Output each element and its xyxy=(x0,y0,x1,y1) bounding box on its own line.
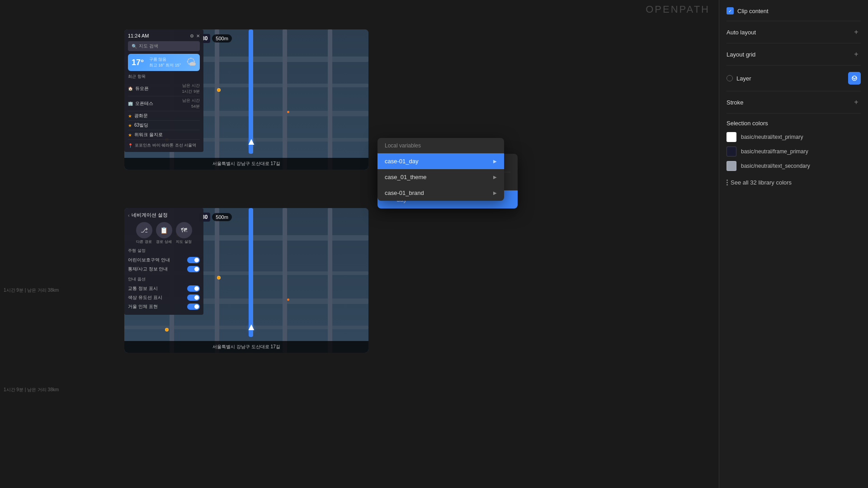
clip-content-section[interactable]: ✓ Clip content xyxy=(726,7,861,21)
map-frame-top: ▲ 80 500m 서울특별시 강남구 도산대로 17길 11:24 AM ⚙ … xyxy=(124,29,368,170)
search-icon: 🔍 xyxy=(132,44,137,49)
distance-badge-top: 500m xyxy=(212,34,232,43)
submenu-header: Local variables xyxy=(377,138,504,153)
toggle-switch-1[interactable] xyxy=(187,257,200,263)
clip-content-checkbox[interactable]: ✓ xyxy=(726,7,734,14)
address-bar-bottom: 서울특별시 강남구 도산대로 17길 xyxy=(124,341,368,353)
guide-options-title: 안내 옵션 xyxy=(128,276,200,282)
canvas-area: OPENPATH 1시간 9분 | 남은 거리 38km 1시간 9분 | 남은… xyxy=(0,0,719,488)
toggle-row-2[interactable]: 통제/사고 정보 안내 xyxy=(128,265,200,274)
map-frame-bottom: ▲ 80 500m 서울특별시 강남구 도산대로 17길 ‹ 네비게이션 설정 … xyxy=(124,208,368,353)
side-distance-top: 1시간 9분 | 남은 거리 38km xyxy=(4,287,59,294)
nav-panel-top[interactable]: 11:24 AM ⚙ ✕ 🔍 지도 검색 17° 구름 많음 최고 18° 최저… xyxy=(124,29,203,152)
route-detail-label: 경로 상세 xyxy=(156,239,171,244)
submenu-item-theme[interactable]: case_01_theme ▶ xyxy=(377,169,504,185)
layout-grid-section[interactable]: Layout grid + xyxy=(726,43,861,66)
submenu-label-day: case-01_day xyxy=(385,158,418,165)
star-icon-1: ★ xyxy=(128,114,132,118)
recent-time-2: 54분 xyxy=(182,104,200,109)
dots-icon xyxy=(726,180,728,185)
location-bottom: 📍 포포인츠 바이 쉐라톤 조선 서울역 xyxy=(128,142,200,148)
color-name-2: basic/neutral/frame_primary xyxy=(741,148,808,155)
submenu-item-brand[interactable]: case-01_brand ▶ xyxy=(377,185,504,201)
address-bar-top: 서울특별시 강남구 도산대로 17길 xyxy=(124,158,368,170)
side-distance-bottom: 1시간 9분 | 남은 거리 38km xyxy=(4,387,59,393)
toggle-row-3[interactable]: 교통 정보 표시 xyxy=(128,284,200,293)
right-panel: ✓ Clip content Auto layout + Layout grid… xyxy=(719,0,868,488)
toggle-switch-3[interactable] xyxy=(187,285,200,292)
toggle-label-3: 교통 정보 표시 xyxy=(128,285,158,292)
route-detail-btn[interactable]: 📋 xyxy=(156,222,172,238)
home-icon: 🏠 xyxy=(128,86,133,91)
recent-item-1[interactable]: 🏠 듀오픈 남은 시간 1시간 9분 xyxy=(128,81,200,96)
nav-time: 11:24 AM xyxy=(128,33,149,38)
weather-info-2: 최고 18° 최저 15° xyxy=(149,62,181,68)
chevron-right-icon-2: ▶ xyxy=(493,175,497,180)
recent-item-2[interactable]: 🏢 오픈테스 남은 시간 54분 xyxy=(128,96,200,111)
settings-icon-small[interactable]: ⚙ xyxy=(190,33,194,38)
layout-grid-title: Layout grid xyxy=(726,51,755,58)
toggle-label-4: 색상 유도선 표시 xyxy=(128,294,162,301)
back-arrow-icon[interactable]: ‹ xyxy=(128,213,130,218)
submenu-item-day[interactable]: case-01_day ▶ xyxy=(377,153,504,169)
color-name-3: basic/neutral/text_secondary xyxy=(741,163,810,169)
toggle-label-2: 통제/사고 정보 안내 xyxy=(128,266,168,272)
recent-time-label-1: 남은 시간 xyxy=(182,83,200,89)
color-swatch-2[interactable] xyxy=(726,147,736,156)
route-label: 다른 경로 xyxy=(136,239,151,244)
map-settings-btn[interactable]: 🗺 xyxy=(176,222,192,238)
stroke-section[interactable]: Stroke + xyxy=(726,91,861,114)
star-name-2: 63빌딩 xyxy=(134,122,148,128)
recent-name-2: 오픈테스 xyxy=(135,100,153,107)
toggle-row-1[interactable]: 어린이보호구역 안내 xyxy=(128,256,200,265)
local-variables-submenu[interactable]: Local variables case-01_day ▶ case_01_th… xyxy=(377,138,504,201)
guide-section-title: 주행 설정 xyxy=(128,248,200,254)
star-icon-3: ★ xyxy=(128,133,132,137)
openpath-watermark: OPENPATH xyxy=(646,4,710,15)
layout-grid-add-btn[interactable]: + xyxy=(852,50,861,59)
star-name-3: 위워크 을지로 xyxy=(134,132,163,138)
layer-icon-btn[interactable] xyxy=(848,72,861,85)
submenu-label-brand: case-01_brand xyxy=(385,190,424,196)
star-item-2[interactable]: ★ 63빌딩 xyxy=(128,121,200,130)
layer-section[interactable]: Layer xyxy=(726,66,861,91)
search-placeholder: 지도 검색 xyxy=(139,43,158,49)
selection-colors-title: Selection colors xyxy=(726,120,861,127)
color-item-3[interactable]: basic/neutral/text_secondary xyxy=(726,161,861,171)
map-settings-label: 지도 설정 xyxy=(176,239,191,244)
svg-point-0 xyxy=(852,76,857,81)
layer-circle-indicator xyxy=(726,75,733,81)
weather-info-1: 구름 많음 xyxy=(149,57,181,62)
star-icon-2: ★ xyxy=(128,123,132,128)
color-swatch-1[interactable] xyxy=(726,132,736,142)
recent-time-label-2: 남은 시간 xyxy=(182,98,200,104)
submenu-label-theme: case_01_theme xyxy=(385,174,427,180)
chevron-right-icon-1: ▶ xyxy=(493,159,497,164)
toggle-switch-4[interactable] xyxy=(187,294,200,301)
settings-title: 네비게이션 설정 xyxy=(132,212,168,218)
distance-badge-bottom: 500m xyxy=(212,213,232,221)
chevron-right-icon-3: ▶ xyxy=(493,190,497,195)
star-item-1[interactable]: ★ 광화문 xyxy=(128,111,200,121)
recent-name-1: 듀오픈 xyxy=(135,85,149,92)
see-all-colors-link[interactable]: See all 32 library colors xyxy=(726,175,861,186)
toggle-row-4[interactable]: 색상 유도선 표시 xyxy=(128,293,200,302)
stroke-title: Stroke xyxy=(726,99,744,106)
toggle-switch-5[interactable] xyxy=(187,303,200,310)
color-item-1[interactable]: basic/neutral/text_primary xyxy=(726,132,861,142)
auto-layout-add-btn[interactable]: + xyxy=(852,28,861,37)
route-icon-btn[interactable]: ⎇ xyxy=(136,222,152,238)
auto-layout-section[interactable]: Auto layout + xyxy=(726,21,861,43)
toggle-row-5[interactable]: 거울 인체 표현 xyxy=(128,302,200,311)
star-item-3[interactable]: ★ 위워크 을지로 xyxy=(128,130,200,140)
color-swatch-3[interactable] xyxy=(726,161,736,171)
stroke-add-btn[interactable]: + xyxy=(852,98,861,107)
weather-temp: 17° xyxy=(132,58,144,67)
close-icon-small[interactable]: ✕ xyxy=(196,33,200,38)
search-bar[interactable]: 🔍 지도 검색 xyxy=(128,41,200,51)
recent-section-title: 최근 항목 xyxy=(128,74,200,80)
layer-title: Layer xyxy=(736,75,751,82)
toggle-switch-2[interactable] xyxy=(187,266,200,272)
color-item-2[interactable]: basic/neutral/frame_primary xyxy=(726,147,861,156)
settings-panel[interactable]: ‹ 네비게이션 설정 ⎇ 다른 경로 📋 경로 상세 🗺 지도 설정 xyxy=(124,208,203,315)
